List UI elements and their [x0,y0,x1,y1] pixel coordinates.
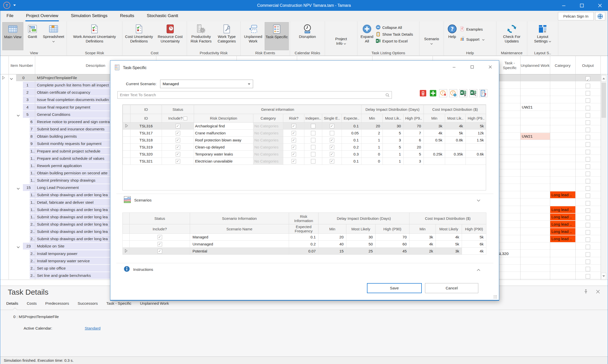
scenario-column-header[interactable]: High (P90) [462,224,486,234]
checkbox[interactable] [330,145,334,149]
category-cell[interactable]: No Categories [253,144,283,151]
grid-row[interactable] [493,257,600,265]
checkbox[interactable] [292,124,296,128]
checkbox[interactable] [292,159,296,164]
tab-details[interactable]: Details [6,301,18,306]
value-cell[interactable]: 0.35k [445,151,466,158]
checkbox[interactable] [311,145,315,149]
value-cell[interactable]: 0 [361,151,383,158]
scenario-name-cell[interactable]: Potential [190,248,289,255]
tree-row[interactable]: 1..Prepare and submit project schedule [0,148,110,155]
tab-successors[interactable]: Successors [78,301,98,306]
category-cell[interactable]: No Categories [253,158,283,165]
value-cell[interactable] [466,158,486,165]
checkbox[interactable] [311,159,315,164]
menu-stochastic-gantt[interactable]: Stochastic Gantt [146,11,179,21]
minimize-icon[interactable] [560,2,567,9]
ribbon-button-project-info[interactable]: ProjectInfo [326,22,356,50]
value-cell[interactable]: 0.1 [342,137,361,144]
scenario-column-header[interactable]: Min [318,224,346,234]
tab-costs[interactable]: Costs [27,301,37,306]
checkbox[interactable] [330,131,334,135]
grid-row[interactable]: Long lead .. [493,214,600,221]
menu-file[interactable]: File [6,11,14,21]
scenario-group-header[interactable]: Cost Impact Distribution ($) [409,213,486,224]
ribbon-button-cost-uncertainty-definitions[interactable]: Cost UncertaintyDefinitions [123,22,155,50]
value-cell[interactable]: 0.2 [289,241,318,248]
value-cell[interactable]: 0 [361,158,383,165]
value-cell[interactable]: 5 [383,144,404,151]
import-excel-button[interactable] [469,89,477,97]
tree-row[interactable]: 4Issue final request for payment [0,104,110,111]
checkbox[interactable] [330,124,334,128]
scroll-down-icon[interactable] [601,273,606,279]
risk-table-column-header[interactable]: Most Lik.. [445,114,466,123]
checkbox[interactable] [176,131,180,135]
cancel-button[interactable]: Cancel [425,283,478,293]
menu-simulation-settings[interactable]: Simulation Settings [70,11,108,21]
checkbox[interactable] [586,186,590,191]
tree-row[interactable]: 2..Set up site office [0,265,110,272]
grid-row[interactable] [493,118,600,126]
checkbox[interactable] [586,91,590,95]
value-cell[interactable]: 45 [376,248,409,255]
account-globe-button[interactable] [595,12,605,20]
grid-row[interactable] [493,170,600,177]
grid-row[interactable] [493,140,600,147]
tree-row[interactable]: 7Submit bond and insurance documents [0,126,110,133]
current-scenario-dropdown[interactable]: Managed [160,80,253,88]
value-cell[interactable]: 5k [436,241,462,248]
value-cell[interactable]: 4k [462,248,486,255]
value-cell[interactable]: 1 [383,158,404,165]
grid-row[interactable]: Long lead .. [493,228,600,235]
risk-row[interactable]: TSL316Archaelogical findNo Categories0.1… [123,123,486,130]
value-cell[interactable]: 3k [409,234,436,241]
ribbon-button-task-specific[interactable]: Task-Specific [265,22,289,50]
value-cell[interactable]: 0.2 [342,144,361,151]
checkbox[interactable] [586,274,590,279]
ribbon-button-support[interactable]: Support [459,34,495,44]
value-cell[interactable]: 6 [404,137,424,144]
ribbon-button-expand-all[interactable]: ExpandAll [358,22,376,50]
column-header-item-number[interactable]: Item Number [9,56,35,75]
risk-table-group-header[interactable]: Status [162,105,194,114]
ribbon-button-help[interactable]: ?Help [445,22,459,50]
risk-description-cell[interactable]: Clean-up delayed [194,144,253,151]
scenario-column-header[interactable]: Most Likely [346,224,376,234]
grid-row[interactable]: Long lead .. [493,206,600,214]
dialog-resize-grip[interactable] [493,295,497,298]
tree-row[interactable]: 1..Submit shop drawings and order long l… [0,191,110,199]
checkbox[interactable] [586,267,590,271]
dialog-close-icon[interactable] [487,64,494,71]
menu-project-overview[interactable]: Project Overview [25,11,59,21]
value-cell[interactable]: 1 [361,144,383,151]
checkbox[interactable] [586,76,590,81]
checkbox[interactable] [158,242,162,246]
value-cell[interactable]: 0.25k [424,151,445,158]
pelican-sign-in-button[interactable]: Pelican Sign In [558,12,594,20]
grid-row[interactable]: Long lead .. [493,235,600,243]
checkbox[interactable] [586,193,590,198]
ribbon-button-main-view[interactable]: Main View [2,22,23,50]
ribbon-button-layout-settings[interactable]: LayoutSettings [528,22,557,50]
tab-task-specific[interactable]: Task - Specific [106,301,131,306]
checkbox[interactable] [158,249,162,253]
help-doc-button[interactable]: ? [479,89,487,97]
value-cell[interactable]: 5k [466,123,486,130]
value-cell[interactable]: 5k [445,130,466,137]
checkbox[interactable] [586,252,590,257]
checkbox[interactable] [311,124,315,128]
ribbon-button-work-amount-uncertainty-definitions[interactable]: Work Amount UncertaintyDefinitions [68,22,121,50]
value-cell[interactable]: 0.05 [342,130,361,137]
risk-table-column-header[interactable]: Include? [162,114,194,123]
value-cell[interactable]: 12k [466,130,486,137]
value-cell[interactable]: 5 [404,151,424,158]
checkbox[interactable] [586,135,590,139]
grid-row[interactable] [493,199,600,206]
checkbox[interactable] [330,138,334,142]
import-tamara-button[interactable]: T [439,89,447,97]
checkbox[interactable] [330,159,334,164]
value-cell[interactable]: 4k [424,130,445,137]
category-cell[interactable]: No Categories [253,123,283,130]
checkbox[interactable] [586,201,590,205]
